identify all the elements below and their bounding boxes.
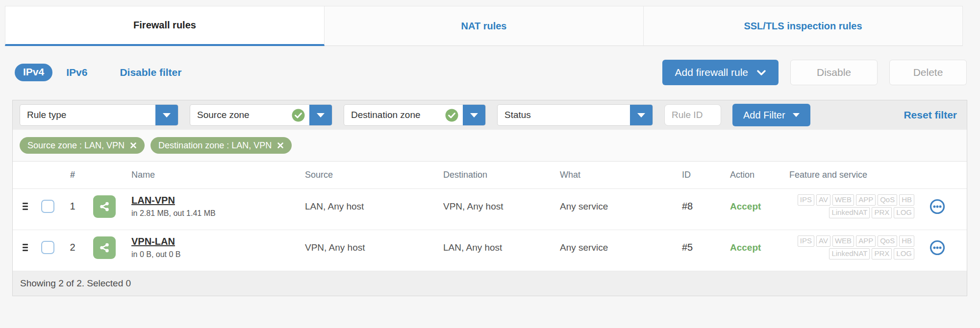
drag-handle-icon[interactable] xyxy=(23,244,28,251)
filter-chip-destination-zone[interactable]: Destination zone : LAN, VPN xyxy=(151,137,292,154)
filter-dropdown-status[interactable]: Status xyxy=(497,104,653,126)
header-name: Name xyxy=(117,170,293,180)
rule-name-link[interactable]: VPN-LAN xyxy=(131,236,293,247)
cell-action: Accept xyxy=(709,201,768,212)
cell-what: Any service xyxy=(548,201,670,212)
more-actions-button[interactable] xyxy=(929,239,946,256)
filter-dropdown-rule-type[interactable]: Rule type xyxy=(20,104,178,126)
tab-label: NAT rules xyxy=(461,21,507,32)
feature-badge: QoS xyxy=(878,194,897,206)
feature-badge: APP xyxy=(856,235,876,247)
triangle-down-icon xyxy=(317,113,325,117)
feature-badge: LOG xyxy=(894,248,914,259)
feature-badge: PRX xyxy=(872,207,892,218)
add-filter-button[interactable]: Add Filter xyxy=(732,104,810,126)
rule-id-input[interactable] xyxy=(664,104,721,126)
row-number: 1 xyxy=(59,201,86,212)
tab-label: SSL/TLS inspection rules xyxy=(744,21,862,32)
rule-name-link[interactable]: LAN-VPN xyxy=(131,195,293,206)
controls-row: IPv4 IPv6 Disable filter Add firewall ru… xyxy=(15,58,967,87)
header-what: What xyxy=(548,170,670,180)
feature-badge: IPS xyxy=(798,235,814,247)
feature-badge: HB xyxy=(899,235,914,247)
filter-dropdown-destination-zone[interactable]: Destination zone xyxy=(344,104,486,126)
feature-badge: LOG xyxy=(894,207,914,218)
tab-nat-rules[interactable]: NAT rules xyxy=(325,6,644,46)
tab-ssl-tls-inspection-rules[interactable]: SSL/TLS inspection rules xyxy=(644,6,963,46)
rule-traffic: in 0 B, out 0 B xyxy=(131,250,293,259)
firewall-rules-panel: Rule type Source zone Destination zone S… xyxy=(12,100,967,296)
feature-badge: PRX xyxy=(872,248,892,259)
cell-destination: VPN, Any host xyxy=(431,201,548,212)
cell-what: Any service xyxy=(548,242,670,253)
more-actions-button[interactable] xyxy=(929,198,946,215)
ellipsis-icon xyxy=(929,239,946,256)
header-source: Source xyxy=(293,170,431,180)
filter-dropdown-source-zone[interactable]: Source zone xyxy=(190,104,332,126)
dropdown-label: Rule type xyxy=(20,105,155,125)
rule-name-cell: VPN-LAN in 0 B, out 0 B xyxy=(117,236,293,259)
add-firewall-rule-button[interactable]: Add firewall rule xyxy=(662,60,779,85)
feature-badge: AV xyxy=(816,194,830,206)
tab-firewall-rules[interactable]: Firewall rules xyxy=(5,6,325,46)
triangle-down-icon xyxy=(793,113,800,117)
dropdown-label: Destination zone xyxy=(344,105,445,125)
row-checkbox[interactable] xyxy=(41,200,54,213)
cell-feature-service: IPS AV WEB APP QoS HB LinkedNAT PRX LOG xyxy=(768,235,967,259)
add-firewall-rule-label: Add firewall rule xyxy=(675,67,748,78)
feature-badge: WEB xyxy=(832,235,854,247)
ipv4-toggle[interactable]: IPv4 xyxy=(15,64,52,81)
feature-badges: IPS AV WEB APP QoS HB LinkedNAT PRX LOG xyxy=(798,194,914,218)
triangle-down-icon xyxy=(470,113,478,117)
filter-chip-source-zone[interactable]: Source zone : LAN, VPN xyxy=(20,137,145,154)
close-icon[interactable] xyxy=(130,142,137,149)
header-id: ID xyxy=(670,170,709,180)
disable-filter-link[interactable]: Disable filter xyxy=(120,67,181,78)
feature-badge: QoS xyxy=(878,235,897,247)
cell-action: Accept xyxy=(709,242,768,253)
table-footer-status: Showing 2 of 2. Selected 0 xyxy=(20,278,131,289)
chip-label: Source zone : LAN, VPN xyxy=(27,141,125,151)
cell-feature-service: IPS AV WEB APP QoS HB LinkedNAT PRX LOG xyxy=(768,194,967,218)
reset-filter-link[interactable]: Reset filter xyxy=(904,109,957,121)
dropdown-label: Source zone xyxy=(190,105,292,125)
drag-handle-icon[interactable] xyxy=(23,203,28,210)
tab-bar: Firewall rules NAT rules SSL/TLS inspect… xyxy=(5,6,963,46)
delete-button[interactable]: Delete xyxy=(889,60,967,85)
cell-rule-id: #5 xyxy=(670,242,709,253)
tab-label: Firewall rules xyxy=(133,20,196,31)
cell-source: LAN, Any host xyxy=(293,201,431,212)
check-circle-icon xyxy=(445,105,458,125)
cell-destination: LAN, Any host xyxy=(431,242,548,253)
feature-badge: LinkedNAT xyxy=(829,207,870,218)
chip-label: Destination zone : LAN, VPN xyxy=(158,141,272,151)
chevron-down-icon xyxy=(757,67,766,78)
dropdown-arrow-button[interactable] xyxy=(463,105,485,125)
ipv6-toggle[interactable]: IPv6 xyxy=(66,67,87,78)
dropdown-arrow-button[interactable] xyxy=(630,105,653,125)
dropdown-label: Status xyxy=(498,105,630,125)
dropdown-arrow-button[interactable] xyxy=(155,105,178,125)
filter-bar: Rule type Source zone Destination zone S… xyxy=(13,100,967,130)
add-filter-label: Add Filter xyxy=(743,110,785,121)
close-icon[interactable] xyxy=(277,142,284,149)
cell-rule-id: #8 xyxy=(670,201,709,212)
controls-right-group: Add firewall rule Disable Delete xyxy=(662,60,967,85)
check-circle-icon xyxy=(292,105,305,125)
feature-badge: HB xyxy=(899,194,914,206)
rule-traffic: in 2.81 MB, out 1.41 MB xyxy=(131,209,293,218)
row-checkbox[interactable] xyxy=(41,241,54,254)
disable-button[interactable]: Disable xyxy=(790,60,878,85)
feature-badge: APP xyxy=(856,194,876,206)
rule-name-cell: LAN-VPN in 2.81 MB, out 1.41 MB xyxy=(117,195,293,218)
table-footer: Showing 2 of 2. Selected 0 xyxy=(13,271,967,296)
header-destination: Destination xyxy=(431,170,548,180)
share-icon xyxy=(93,195,116,218)
active-filter-chips: Source zone : LAN, VPN Destination zone … xyxy=(13,130,967,162)
table-row: 2 VPN-LAN in 0 B, out 0 B VPN, Any host … xyxy=(13,230,967,271)
feature-badge: WEB xyxy=(832,194,854,206)
table-header-row: # Name Source Destination What ID Action… xyxy=(13,162,967,189)
dropdown-arrow-button[interactable] xyxy=(309,105,332,125)
row-number: 2 xyxy=(59,242,86,253)
feature-badges: IPS AV WEB APP QoS HB LinkedNAT PRX LOG xyxy=(798,235,914,259)
